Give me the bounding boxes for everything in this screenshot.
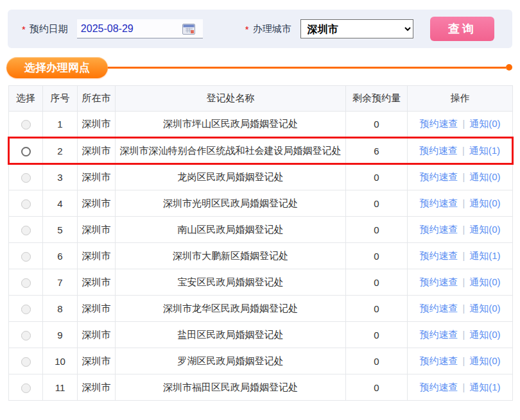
- select-radio[interactable]: [21, 226, 31, 235]
- select-radio[interactable]: [21, 199, 31, 209]
- notice-link[interactable]: 通知(0): [469, 118, 500, 129]
- table-header-row: 选择 序号 所在市 登记处名称 剩余预约量 操作: [9, 86, 513, 112]
- row-remaining-count: 0: [346, 190, 408, 217]
- row-city: 深圳市: [78, 348, 116, 374]
- notice-link[interactable]: 通知(1): [469, 250, 500, 261]
- notice-link[interactable]: 通知(0): [469, 197, 500, 208]
- link-separator: |: [463, 356, 465, 366]
- select-radio[interactable]: [21, 331, 31, 340]
- table-row: 9 深圳市 盐田区民政局婚姻登记处 0 预约速查|通知(0): [9, 322, 513, 348]
- header-registry-name: 登记处名称: [116, 86, 346, 112]
- quick-check-link[interactable]: 预约速查: [420, 303, 458, 314]
- city-select[interactable]: 深圳市: [300, 19, 413, 38]
- quick-check-link[interactable]: 预约速查: [420, 250, 458, 261]
- quick-check-link[interactable]: 预约速查: [419, 145, 458, 156]
- row-remaining-count: 0: [346, 296, 408, 322]
- quick-check-link[interactable]: 预约速查: [420, 382, 458, 392]
- date-input[interactable]: [77, 23, 181, 35]
- row-city: 深圳市: [78, 322, 116, 348]
- table-row: 3 深圳市 龙岗区民政局婚姻登记处 0 预约速查|通知(0): [9, 164, 513, 190]
- table-row: 11 深圳市 深圳市福田区民政局婚姻登记处 0 预约速查|通知(1): [9, 374, 513, 401]
- row-seq: 4: [43, 190, 78, 217]
- query-form-bar: * 预约日期 * 办理城市 深圳市 查询: [8, 10, 512, 48]
- select-radio[interactable]: [21, 357, 31, 367]
- notice-link[interactable]: 通知(0): [469, 355, 500, 366]
- row-registry-name: 深圳市福田区民政局婚姻登记处: [116, 374, 346, 401]
- row-seq: 1: [43, 112, 78, 138]
- row-city: 深圳市: [78, 190, 116, 217]
- row-seq: 3: [43, 164, 78, 190]
- quick-check-link[interactable]: 预约速查: [420, 118, 458, 129]
- row-registry-name: 深圳市深汕特别合作区统战和社会建设局婚姻登记处: [116, 138, 346, 164]
- quick-check-link[interactable]: 预约速查: [420, 276, 458, 287]
- row-remaining-count: 0: [346, 217, 408, 243]
- notice-link[interactable]: 通知(1): [469, 382, 500, 392]
- notice-link[interactable]: 通知(0): [469, 329, 500, 340]
- row-remaining-count: 0: [346, 322, 408, 348]
- table-row: 5 深圳市 南山区民政局婚姻登记处 0 预约速查|通知(0): [9, 217, 513, 243]
- header-select: 选择: [9, 86, 43, 112]
- select-radio[interactable]: [21, 147, 31, 156]
- row-remaining-count: 0: [346, 112, 408, 138]
- row-city: 深圳市: [78, 374, 116, 401]
- quick-check-link[interactable]: 预约速查: [420, 171, 458, 182]
- select-radio[interactable]: [21, 383, 31, 393]
- row-registry-name: 盐田区民政局婚姻登记处: [116, 322, 346, 348]
- row-seq: 7: [43, 269, 78, 296]
- table-body: 1 深圳市 深圳市坪山区民政局婚姻登记处 0 预约速查|通知(0) 2 深圳市 …: [9, 112, 513, 401]
- select-radio[interactable]: [21, 278, 31, 288]
- required-marker: *: [22, 24, 26, 35]
- row-remaining-count: 0: [346, 348, 408, 374]
- quick-check-link[interactable]: 预约速查: [420, 224, 458, 235]
- table-row: 4 深圳市 深圳市光明区民政局婚姻登记处 0 预约速查|通知(0): [9, 190, 513, 217]
- row-seq: 9: [43, 322, 78, 348]
- link-separator: |: [463, 224, 465, 235]
- row-seq: 5: [43, 217, 78, 243]
- row-city: 深圳市: [78, 164, 116, 190]
- notice-link[interactable]: 通知(0): [469, 303, 500, 314]
- row-seq: 10: [43, 348, 78, 374]
- quick-check-link[interactable]: 预约速查: [420, 329, 458, 340]
- section-header: 选择办理网点: [6, 56, 512, 78]
- row-remaining-count: 0: [346, 269, 408, 296]
- city-field-group: * 办理城市 深圳市: [245, 19, 413, 38]
- select-radio[interactable]: [21, 120, 31, 130]
- registry-table: 选择 序号 所在市 登记处名称 剩余预约量 操作 1 深圳市 深圳市坪山区民政局…: [8, 85, 514, 401]
- notice-link[interactable]: 通知(0): [469, 276, 500, 287]
- row-city: 深圳市: [78, 269, 116, 296]
- table-row: 2 深圳市 深圳市深汕特别合作区统战和社会建设局婚姻登记处 6 预约速查|通知(…: [9, 138, 513, 164]
- table-row: 6 深圳市 深圳市大鹏新区婚姻登记处 0 预约速查|通知(1): [9, 243, 513, 269]
- link-separator: |: [463, 119, 465, 129]
- header-actions: 操作: [408, 86, 513, 112]
- quick-check-link[interactable]: 预约速查: [420, 197, 458, 208]
- row-remaining-count: 0: [346, 164, 408, 190]
- link-separator: |: [463, 251, 465, 261]
- row-city: 深圳市: [78, 138, 116, 164]
- section-title-badge: 选择办理网点: [6, 57, 108, 78]
- section-divider-line: [108, 67, 506, 69]
- link-separator: |: [463, 382, 465, 392]
- notice-link[interactable]: 通知(0): [469, 171, 500, 182]
- select-radio[interactable]: [21, 173, 31, 183]
- row-registry-name: 深圳市大鹏新区婚姻登记处: [116, 243, 346, 269]
- row-registry-name: 龙岗区民政局婚姻登记处: [116, 164, 346, 190]
- notice-link[interactable]: 通知(1): [469, 145, 500, 156]
- quick-check-link[interactable]: 预约速查: [420, 355, 458, 366]
- row-seq: 11: [43, 374, 78, 401]
- link-separator: |: [463, 303, 465, 314]
- row-city: 深圳市: [78, 243, 116, 269]
- query-button[interactable]: 查询: [430, 17, 494, 41]
- table-row: 7 深圳市 宝安区民政局婚姻登记处 0 预约速查|通知(0): [9, 269, 513, 296]
- link-separator: |: [463, 172, 465, 182]
- row-registry-name: 罗湖区民政局婚姻登记处: [116, 348, 346, 374]
- row-seq: 8: [43, 296, 78, 322]
- row-registry-name: 南山区民政局婚姻登记处: [116, 217, 346, 243]
- date-label: 预约日期: [30, 23, 68, 35]
- calendar-icon[interactable]: [181, 22, 196, 36]
- select-radio[interactable]: [21, 305, 31, 314]
- table-row: 8 深圳市 深圳市龙华区民政局婚姻登记处 0 预约速查|通知(0): [9, 296, 513, 322]
- select-radio[interactable]: [21, 252, 31, 262]
- row-registry-name: 深圳市光明区民政局婚姻登记处: [116, 190, 346, 217]
- row-seq: 6: [43, 243, 78, 269]
- notice-link[interactable]: 通知(0): [469, 224, 500, 235]
